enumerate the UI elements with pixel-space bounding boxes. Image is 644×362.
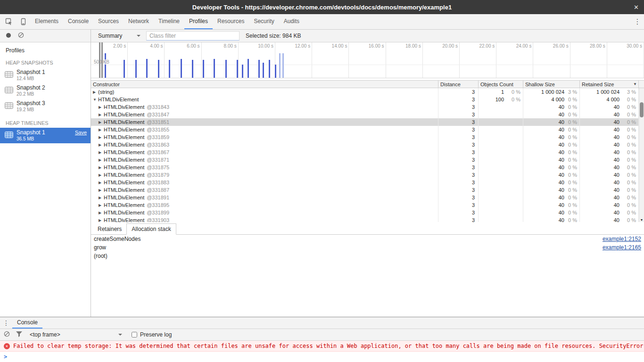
stack-frame[interactable]: (root) — [91, 252, 644, 260]
expand-arrow-icon[interactable]: ▶ — [99, 158, 104, 162]
shallow-percent: 0 % — [564, 165, 579, 170]
table-row[interactable]: ▶HTMLDivElement@3318513400 %400 % — [91, 118, 644, 126]
table-row[interactable]: ▶HTMLDivElement@3318593400 %400 % — [91, 133, 644, 141]
object-id: @331863 — [147, 142, 169, 148]
tab-elements[interactable]: Elements — [30, 14, 63, 29]
profile-item-text: Snapshot 136.5 MB — [17, 129, 45, 141]
table-row[interactable]: ▶HTMLDivElement@3318473400 %400 % — [91, 111, 644, 118]
retained-cell: 400 % — [580, 216, 639, 222]
tab-allocation-stack[interactable]: Allocation stack — [126, 223, 176, 235]
class-filter-input[interactable] — [146, 31, 239, 41]
retained-cell: 400 % — [580, 103, 639, 111]
view-mode-select[interactable]: Summary — [95, 31, 144, 41]
allocation-bar — [135, 60, 137, 78]
clear-profiles-icon[interactable] — [18, 32, 24, 40]
table-row[interactable]: ▶HTMLDivElement@3318793400 %400 % — [91, 171, 644, 179]
constructor-cell: ▶HTMLDivElement@331855 — [91, 126, 438, 133]
expand-arrow-icon[interactable]: ▶ — [99, 105, 104, 109]
expand-arrow-icon[interactable]: ▶ — [99, 143, 104, 147]
distance-value: 3 — [438, 210, 478, 215]
timeline-selection-handle-right[interactable] — [101, 42, 103, 78]
tab-retainers[interactable]: Retainers — [93, 224, 126, 234]
object-id: @331883 — [147, 180, 169, 185]
table-row[interactable]: ▶HTMLDivElement@3318553400 %400 % — [91, 126, 644, 133]
expand-arrow-icon[interactable]: ▶ — [99, 150, 104, 155]
tab-audits[interactable]: Audits — [279, 14, 304, 29]
source-link[interactable]: example1:2165 — [603, 244, 641, 251]
expand-arrow-icon[interactable]: ▶ — [99, 120, 104, 124]
table-row[interactable]: ▶HTMLDivElement@3318633400 %400 % — [91, 141, 644, 148]
drawer-tab-console[interactable]: Console — [12, 317, 42, 329]
source-link[interactable]: example1:2152 — [603, 236, 641, 242]
expand-arrow-icon[interactable]: ▶ — [99, 218, 104, 222]
expand-arrow-icon[interactable]: ▶ — [99, 113, 104, 117]
table-row[interactable]: ▶HTMLDivElement@3318673400 %400 % — [91, 148, 644, 156]
expand-arrow-icon[interactable]: ▶ — [99, 173, 104, 177]
timeline-selection-handle-left[interactable] — [99, 42, 100, 78]
console-input[interactable]: > — [0, 352, 644, 362]
stack-frame[interactable]: growexample1:2165 — [91, 243, 644, 252]
table-row[interactable]: ▶HTMLDivElement@3318753400 %400 % — [91, 164, 644, 171]
inspect-element-icon[interactable] — [2, 14, 16, 29]
tab-timeline[interactable]: Timeline — [154, 14, 184, 29]
drawer-menu-icon[interactable]: ⋮ — [0, 317, 12, 329]
shallow-value: 40 — [523, 187, 564, 193]
save-link[interactable]: Save — [75, 130, 87, 135]
table-row[interactable]: ▶HTMLDivElement@3318833400 %400 % — [91, 179, 644, 186]
column-header-constructor[interactable]: Constructor — [91, 81, 438, 88]
expand-arrow-icon[interactable]: ▶ — [99, 188, 104, 192]
expand-arrow-icon[interactable]: ▶ — [99, 165, 104, 170]
column-header-retained-size[interactable]: Retained Size ▼ — [580, 81, 639, 88]
clear-console-icon[interactable] — [4, 331, 10, 338]
expand-arrow-icon[interactable]: ▶ — [99, 128, 104, 132]
retained-value: 40 — [580, 104, 619, 110]
expand-arrow-icon[interactable]: ▶ — [99, 181, 104, 185]
column-header-objects-count[interactable]: Objects Count — [479, 81, 523, 88]
table-row[interactable]: ▶HTMLDivElement@3318953400 %400 % — [91, 201, 644, 209]
tab-network[interactable]: Network — [124, 14, 154, 29]
tab-profiles[interactable]: Profiles — [184, 14, 213, 29]
record-heap-icon[interactable] — [6, 33, 11, 40]
table-scrollbar[interactable]: ▼ — [639, 88, 644, 222]
table-row[interactable]: ▶HTMLDivElement@3318433400 %400 % — [91, 103, 644, 111]
table-row[interactable]: ▶HTMLDivElement@3318993400 %400 % — [91, 209, 644, 216]
column-header-distance[interactable]: Distance — [438, 81, 479, 88]
shallow-value: 40 — [523, 217, 564, 222]
table-row[interactable]: ▶(string)310 %1 000 0243 %1 000 0243 % — [91, 88, 644, 96]
tab-sources[interactable]: Sources — [93, 14, 124, 29]
table-row[interactable]: ▶HTMLDivElement@3318873400 %400 % — [91, 186, 644, 194]
shallow-cell: 4 0000 % — [523, 96, 580, 103]
table-row[interactable]: ▶HTMLDivElement@3319033400 %400 % — [91, 216, 644, 222]
profile-item[interactable]: Snapshot 112.4 MB — [0, 67, 91, 83]
retained-value: 1 000 024 — [580, 89, 619, 95]
expand-arrow-icon[interactable]: ▼ — [93, 98, 98, 102]
expand-arrow-icon[interactable]: ▶ — [99, 135, 104, 140]
profile-item[interactable]: Snapshot 319.2 MB — [0, 99, 91, 114]
overflow-menu-icon[interactable]: ⋮ — [631, 14, 644, 29]
stack-frame[interactable]: createSomeNodesexample1:2152 — [91, 235, 644, 243]
table-row[interactable]: ▼HTMLDivElement31000 %4 0000 %4 0000 % — [91, 96, 644, 103]
tab-security[interactable]: Security — [249, 14, 279, 29]
distance-value: 3 — [438, 165, 478, 170]
table-row[interactable]: ▶HTMLDivElement@3318913400 %400 % — [91, 194, 644, 201]
profile-item[interactable]: Snapshot 220.2 MB — [0, 83, 91, 99]
device-toolbar-icon[interactable] — [16, 14, 30, 29]
execution-context-select[interactable]: <top frame> — [30, 331, 122, 338]
expand-arrow-icon[interactable]: ▶ — [93, 90, 98, 94]
column-header-shallow-size[interactable]: Shallow Size — [523, 81, 580, 88]
tab-resources[interactable]: Resources — [213, 14, 249, 29]
filter-icon[interactable] — [16, 331, 22, 338]
expand-arrow-icon[interactable]: ▶ — [99, 196, 104, 200]
profile-item-name: Snapshot 1 — [17, 129, 45, 136]
preserve-log-checkbox[interactable] — [132, 332, 137, 337]
table-row[interactable]: ▶HTMLDivElement@3318713400 %400 % — [91, 156, 644, 164]
allocation-timeline[interactable]: 2.00 s4.00 s6.00 s8.00 s10.00 s12.00 s14… — [91, 42, 644, 78]
tab-console[interactable]: Console — [63, 14, 93, 29]
expand-arrow-icon[interactable]: ▶ — [99, 211, 104, 215]
close-icon[interactable]: ✕ — [634, 0, 639, 14]
shallow-percent: 0 % — [564, 97, 579, 102]
scrollbar-down-icon[interactable]: ▼ — [639, 218, 644, 222]
scrollbar-thumb[interactable] — [640, 102, 644, 117]
expand-arrow-icon[interactable]: ▶ — [99, 203, 104, 207]
profile-item[interactable]: Snapshot 136.5 MBSave — [0, 128, 91, 143]
